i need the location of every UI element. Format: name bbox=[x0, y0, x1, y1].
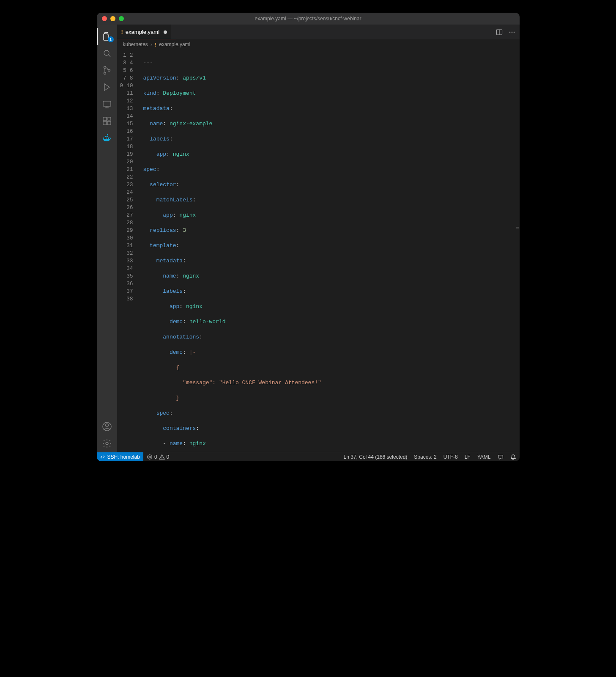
run-debug-icon[interactable] bbox=[97, 79, 117, 96]
tab-label: example.yaml bbox=[126, 29, 159, 35]
problems-indicator[interactable]: 0 0 bbox=[143, 454, 172, 460]
tab-example-yaml[interactable]: ! example.yaml bbox=[117, 25, 172, 39]
svg-point-9 bbox=[105, 424, 108, 427]
code-content[interactable]: --- apiVersion: apps/v1 kind: Deployment… bbox=[138, 49, 520, 452]
breadcrumb[interactable]: kubernetes › ! example.yaml bbox=[117, 40, 520, 49]
chevron-right-icon: › bbox=[151, 41, 152, 47]
svg-rect-6 bbox=[103, 121, 107, 125]
yaml-file-icon: ! bbox=[121, 29, 123, 35]
explorer-icon[interactable]: 1 bbox=[97, 28, 117, 45]
encoding[interactable]: UTF-8 bbox=[440, 454, 461, 460]
yaml-file-icon: ! bbox=[155, 41, 156, 48]
language-mode[interactable]: YAML bbox=[474, 454, 494, 460]
split-editor-icon[interactable] bbox=[496, 29, 503, 36]
indentation[interactable]: Spaces: 2 bbox=[411, 454, 440, 460]
line-numbers: 1 2 3 4 5 6 7 8 9 10 11 12 13 14 15 16 1… bbox=[117, 49, 138, 452]
status-bar: SSH: homelab 0 0 Ln 37, Col 44 (186 sele… bbox=[97, 452, 520, 461]
svg-rect-7 bbox=[107, 121, 111, 125]
maximize-window-button[interactable] bbox=[119, 16, 124, 21]
tabs-row: ! example.yaml bbox=[117, 25, 520, 39]
search-icon[interactable] bbox=[97, 45, 117, 62]
settings-gear-icon[interactable] bbox=[97, 435, 117, 452]
docker-icon[interactable] bbox=[97, 129, 117, 146]
eol[interactable]: LF bbox=[461, 454, 474, 460]
extensions-icon[interactable] bbox=[97, 113, 117, 129]
notifications-icon[interactable] bbox=[507, 454, 520, 460]
close-window-button[interactable] bbox=[102, 16, 107, 21]
activity-bar: 1 bbox=[97, 25, 117, 452]
svg-point-3 bbox=[108, 69, 110, 72]
svg-point-15 bbox=[513, 31, 515, 33]
cursor-position[interactable]: Ln 37, Col 44 (186 selected) bbox=[340, 454, 411, 460]
code-editor[interactable]: 1 2 3 4 5 6 7 8 9 10 11 12 13 14 15 16 1… bbox=[117, 49, 520, 452]
svg-point-14 bbox=[511, 31, 512, 33]
more-actions-icon[interactable] bbox=[509, 29, 515, 36]
account-icon[interactable] bbox=[97, 418, 117, 435]
dirty-indicator-icon bbox=[164, 30, 167, 34]
svg-point-2 bbox=[104, 72, 106, 74]
scrollbar[interactable] bbox=[516, 52, 519, 449]
svg-point-13 bbox=[509, 31, 510, 33]
window-controls bbox=[97, 16, 124, 21]
explorer-badge: 1 bbox=[108, 36, 114, 42]
window-title: example.yaml — ~/projects/sensu/cncf-web… bbox=[97, 16, 520, 22]
svg-rect-8 bbox=[108, 117, 111, 120]
svg-point-11 bbox=[106, 442, 108, 445]
breadcrumb-folder: kubernetes bbox=[123, 41, 148, 47]
remote-label: SSH: homelab bbox=[107, 454, 140, 460]
breadcrumb-file: example.yaml bbox=[159, 41, 190, 47]
svg-rect-5 bbox=[103, 117, 107, 121]
minimize-window-button[interactable] bbox=[110, 16, 115, 21]
remote-explorer-icon[interactable] bbox=[97, 96, 117, 113]
svg-rect-4 bbox=[103, 101, 111, 106]
svg-point-1 bbox=[104, 66, 106, 69]
remote-indicator[interactable]: SSH: homelab bbox=[97, 452, 143, 461]
titlebar: example.yaml — ~/projects/sensu/cncf-web… bbox=[97, 13, 520, 25]
feedback-icon[interactable] bbox=[494, 454, 507, 460]
svg-point-0 bbox=[104, 50, 109, 55]
source-control-icon[interactable] bbox=[97, 62, 117, 79]
vscode-window: example.yaml — ~/projects/sensu/cncf-web… bbox=[97, 13, 520, 461]
